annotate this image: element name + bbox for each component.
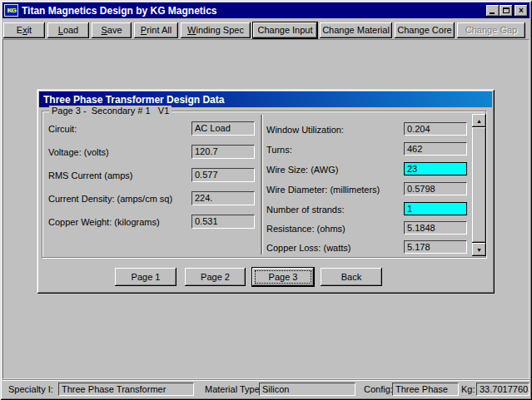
button-label: Page 3	[269, 272, 298, 282]
close-button[interactable]: ×	[515, 5, 528, 17]
close-icon: ×	[519, 7, 524, 15]
wire-diameter-field[interactable]: 0.5798	[404, 182, 467, 195]
button-label: Change Gap	[465, 25, 517, 35]
maximize-button[interactable]	[500, 5, 513, 17]
button-label: Page 2	[201, 272, 230, 282]
kg-field[interactable]: 33.70177603	[476, 383, 530, 396]
scroll-up-button[interactable]: ▲	[472, 114, 486, 127]
scroll-down-icon: ▼	[476, 247, 482, 253]
minimize-icon	[490, 12, 495, 14]
page3-button[interactable]: Page 3	[252, 268, 314, 286]
kg-label: Kg:	[461, 384, 475, 394]
button-label: ave	[107, 25, 122, 35]
button-label: Change Core	[397, 25, 451, 35]
print-all-button[interactable]: Print All	[134, 22, 178, 38]
save-button[interactable]: Save	[92, 22, 132, 38]
status-bar: Specialty I: Three Phase Transformer Mat…	[2, 379, 530, 398]
strands-label: Number of strands:	[266, 205, 345, 215]
config-value: Three Phase	[395, 384, 448, 394]
back-button[interactable]: Back	[321, 268, 382, 286]
button-label: Change Material	[322, 25, 390, 35]
change-material-button[interactable]: Change Material	[320, 22, 392, 38]
rms-current-label: RMS Current (amps)	[48, 170, 132, 180]
material-type-label: Material Type:	[205, 384, 262, 394]
window-utilization-value: 0.204	[407, 124, 430, 134]
specialty-field[interactable]: Three Phase Transformer	[58, 383, 194, 396]
resistance-field[interactable]: 5.1848	[404, 221, 467, 235]
button-label: Page 1	[132, 272, 161, 282]
copper-weight-label: Copper Weight: (kilograms)	[48, 217, 160, 227]
config-field[interactable]: Three Phase	[392, 383, 459, 396]
kg-app-icon-text: KG	[7, 7, 16, 14]
circuit-field[interactable]: AC Load	[191, 121, 255, 136]
kg-value: 33.70177603	[480, 384, 530, 394]
scrollbar-thumb[interactable]	[472, 127, 486, 243]
specialty-value: Three Phase Transformer	[62, 384, 166, 394]
maximize-icon	[503, 7, 510, 13]
scrollbar-track[interactable]	[472, 127, 486, 243]
wire-size-field[interactable]: 23	[404, 162, 467, 175]
change-input-button[interactable]: Change Input	[253, 22, 317, 38]
material-type-value: Silicon	[262, 384, 289, 394]
copper-loss-label: Copper Loss: (watts)	[266, 243, 351, 253]
dialog-title: Three Phase Transformer Design Data	[43, 94, 224, 106]
design-data-dialog: Three Phase Transformer Design Data Page…	[37, 89, 495, 294]
change-gap-button: Change Gap	[457, 22, 525, 38]
window-titlebar[interactable]: KG Titan Magnetics Design by KG Magnetic…	[2, 2, 530, 18]
current-density-value: 224.	[195, 193, 212, 203]
circuit-label: Circuit:	[48, 124, 77, 134]
strands-value: 1	[407, 204, 412, 214]
button-label: inding Spec	[196, 25, 244, 35]
current-density-label: Current Density: (amps/cm sq)	[48, 194, 172, 204]
rms-current-field[interactable]: 0.577	[191, 168, 255, 182]
kg-app-icon: KG	[4, 4, 18, 17]
wire-diameter-label: Wire Diameter: (millimeters)	[266, 185, 380, 195]
winding-spec-button[interactable]: Winding Spec	[181, 22, 251, 38]
vertical-scrollbar[interactable]: ▲ ▼	[472, 114, 486, 256]
app-window: KG Titan Magnetics Design by KG Magnetic…	[0, 0, 532, 400]
button-label: W	[187, 25, 196, 35]
button-label: oad	[63, 25, 78, 35]
copper-weight-value: 0.531	[195, 216, 218, 226]
turns-field[interactable]: 462	[404, 142, 467, 156]
page1-button[interactable]: Page 1	[115, 268, 177, 286]
button-label: S	[101, 25, 107, 35]
column-divider	[261, 115, 262, 254]
exit-button[interactable]: Exit	[3, 22, 45, 38]
page2-button[interactable]: Page 2	[185, 268, 246, 286]
turns-label: Turns:	[266, 145, 292, 155]
resistance-value: 5.1848	[407, 223, 435, 233]
copper-weight-field[interactable]: 0.531	[191, 215, 255, 229]
wire-diameter-value: 0.5798	[407, 184, 435, 194]
change-core-button[interactable]: Change Core	[395, 22, 455, 38]
groupbox-title: Page 3 - Secondary # 1 V1	[49, 106, 172, 116]
window-title: Titan Magnetics Design by KG Magnetics	[22, 5, 486, 17]
toolbar: Exit Load Save Print All Winding Spec Ch…	[3, 21, 529, 39]
rms-current-value: 0.577	[195, 170, 218, 180]
copper-loss-field[interactable]: 5.178	[404, 240, 467, 254]
wire-size-label: Wire Size: (AWG)	[266, 165, 338, 175]
circuit-value: AC Load	[195, 123, 231, 133]
button-label: Back	[341, 272, 361, 282]
scroll-up-icon: ▲	[476, 118, 482, 124]
wire-size-value: 23	[407, 164, 417, 174]
config-label: Config:	[364, 384, 393, 394]
current-density-field[interactable]: 224.	[191, 191, 255, 205]
copper-loss-value: 5.178	[407, 242, 430, 252]
window-controls: ×	[486, 5, 528, 17]
voltage-field[interactable]: 120.7	[191, 145, 255, 159]
window-utilization-field[interactable]: 0.204	[404, 122, 467, 136]
button-label: it	[27, 25, 32, 35]
load-button[interactable]: Load	[47, 22, 89, 38]
resistance-label: Resistance: (ohms)	[266, 224, 346, 234]
page3-groupbox: Page 3 - Secondary # 1 V1 Circuit: AC Lo…	[42, 111, 486, 258]
client-area: Three Phase Transformer Design Data Page…	[2, 39, 530, 379]
minimize-button[interactable]	[486, 5, 500, 17]
button-label: rint All	[147, 25, 172, 35]
scroll-down-button[interactable]: ▼	[472, 243, 486, 256]
button-label: Change Input	[257, 25, 312, 35]
strands-field[interactable]: 1	[404, 202, 467, 215]
voltage-value: 120.7	[195, 146, 218, 156]
specialty-label: Specialty I:	[8, 384, 53, 394]
material-type-field[interactable]: Silicon	[259, 383, 355, 396]
